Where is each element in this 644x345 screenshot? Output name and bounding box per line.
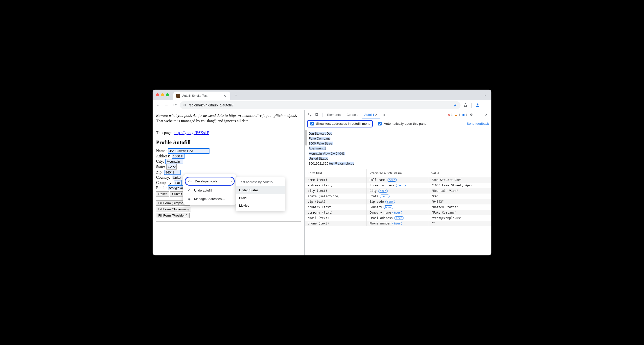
heur-badge: heur: [387, 178, 397, 182]
row-address: Address:: [156, 154, 301, 159]
inspect-icon[interactable]: [307, 112, 313, 118]
show-test-addresses-toggle[interactable]: Show test addresses in autofill menu: [307, 120, 373, 127]
tab-close-button[interactable]: ✕: [222, 93, 227, 98]
state-select[interactable]: CA: [166, 164, 176, 170]
devtools-close-icon[interactable]: ✕: [483, 112, 490, 118]
submenu-item-us[interactable]: United States: [236, 186, 285, 194]
th-value: Value: [428, 169, 492, 177]
name-input[interactable]: [168, 149, 209, 153]
new-tab-button[interactable]: +: [233, 92, 240, 99]
submenu-item-brazil[interactable]: Brazil: [236, 194, 285, 202]
auto-open-checkbox[interactable]: [378, 122, 382, 126]
more-tabs-icon[interactable]: »: [381, 112, 388, 118]
cell-predicted: Cityheur: [366, 188, 428, 194]
table-row: company (text)Company nameheur"Fake Comp…: [305, 210, 492, 215]
chevron-down-icon[interactable]: ⌄: [482, 92, 489, 98]
window-maximize-button[interactable]: [166, 93, 169, 96]
kebab-menu-icon[interactable]: ⋮: [482, 102, 490, 109]
show-test-checkbox[interactable]: [310, 122, 314, 126]
autofill-table: Form field Predicted autofill value Valu…: [305, 169, 492, 226]
heur-badge: heur: [378, 189, 388, 193]
label-address: Address:: [156, 154, 170, 158]
cell-field: state (select-one): [305, 194, 366, 199]
cell-value: "1600 Fake Street, Apart…: [428, 183, 492, 188]
error-badge[interactable]: ⊗ 1: [448, 113, 452, 117]
window-close-button[interactable]: [156, 93, 159, 96]
heur-badge: heur: [394, 216, 404, 220]
back-button[interactable]: ←: [154, 102, 162, 109]
this-page-link[interactable]: https://goo.gl/B6Xs1E: [174, 131, 209, 135]
cell-field: phone (text): [305, 221, 366, 226]
cell-value: "": [428, 221, 492, 226]
ctx-manage-label: Manage Addresses…: [194, 197, 225, 201]
th-predicted: Predicted autofill value: [366, 169, 428, 177]
profile-avatar-icon[interactable]: [474, 102, 481, 109]
country-input[interactable]: [172, 175, 182, 180]
company-input[interactable]: [174, 180, 182, 185]
tab-elements[interactable]: Elements: [325, 110, 343, 119]
bookmark-star-icon[interactable]: ★: [453, 103, 457, 108]
browser-tab[interactable]: Autofill Smoke Test ✕: [173, 92, 230, 100]
this-page-label: This page:: [156, 131, 174, 135]
addr-country: United States: [309, 157, 328, 160]
forward-button[interactable]: →: [163, 102, 170, 109]
addr-apt: Apartment 1: [309, 147, 326, 150]
label-name: Name:: [156, 149, 167, 153]
browser-window: Autofill Smoke Test ✕ + ⌄ ← → ⟳ ⚙ rsolom…: [152, 90, 492, 255]
cell-field: zip (text): [305, 199, 366, 204]
auto-open-panel-toggle[interactable]: Automatically open this panel: [377, 121, 427, 126]
label-company: Company:: [156, 180, 172, 185]
window-minimize-button[interactable]: [161, 93, 164, 96]
address-input[interactable]: [172, 154, 184, 159]
device-toggle-icon[interactable]: [314, 112, 320, 118]
ctx-undo-autofill[interactable]: ↶ Undo autofill: [183, 186, 236, 195]
reload-button[interactable]: ⟳: [172, 102, 178, 109]
submenu-item-mexico[interactable]: Mexico: [236, 202, 285, 209]
fill-superman-button[interactable]: Fill Form (Superman): [156, 207, 191, 212]
zip-input[interactable]: [164, 170, 180, 175]
omnibox[interactable]: ⚙ rsolomakhin.github.io/autofill/ ★: [180, 101, 460, 109]
titlebar: Autofill Smoke Test ✕ + ⌄: [152, 90, 492, 100]
addr-company: Fake Company: [309, 137, 330, 140]
scrollbar[interactable]: [305, 130, 307, 146]
tab-autofill[interactable]: Autofill ✕: [362, 110, 380, 119]
submit-button[interactable]: Submit: [170, 191, 184, 196]
autofill-context-menu: <> Developer tools › ↶ Undo autofill ◉ M…: [183, 174, 236, 205]
cell-value: "CA": [428, 194, 492, 199]
label-city: City:: [156, 159, 164, 164]
addr-email: test@example.us: [329, 162, 354, 165]
reset-button[interactable]: Reset: [156, 191, 169, 196]
cell-value: "United States": [428, 204, 492, 210]
site-settings-icon[interactable]: ⚙: [183, 103, 186, 107]
table-row: city (text)Cityheur"Mountain View": [305, 188, 492, 194]
warning-italic: Beware what you post. All forms send dat…: [156, 113, 296, 118]
devtools-subbar: Show test addresses in autofill menu Aut…: [305, 119, 492, 128]
dt-divider: [322, 113, 323, 117]
ctx-manage-addresses[interactable]: ◉ Manage Addresses…: [183, 195, 236, 203]
devtools-kebab-icon[interactable]: ⋮: [476, 112, 482, 118]
cell-predicted: Zip codeheur: [366, 199, 428, 204]
autofill-address-summary: Jon Stewart Doe Fake Company 1600 Fake S…: [305, 128, 492, 169]
settings-gear-icon[interactable]: ⚙: [468, 112, 474, 118]
city-input[interactable]: [166, 159, 183, 164]
addr-citystatezip: Mountain View CA 94043: [309, 152, 345, 155]
cell-value: "Fake Company": [428, 210, 492, 215]
addr-phone: 16019521325: [309, 162, 328, 165]
heur-badge: heur: [392, 211, 402, 214]
heur-badge: heur: [396, 184, 406, 187]
chrome-icon: ◉: [187, 197, 191, 201]
send-feedback-link[interactable]: Send feedback: [467, 122, 489, 126]
table-row: country (text)Countryheur"United States": [305, 204, 492, 210]
tab-autofill-close-icon[interactable]: ✕: [375, 113, 378, 117]
test-address-submenu: Test address by country United States Br…: [236, 177, 285, 211]
th-field: Form field: [305, 169, 366, 177]
info-badge[interactable]: ▣ 1: [462, 113, 467, 117]
submenu-header: Test address by country: [236, 179, 285, 186]
ctx-developer-tools[interactable]: <> Developer tools ›: [185, 177, 235, 186]
tab-console[interactable]: Console: [344, 110, 361, 119]
heur-badge: heur: [384, 205, 393, 209]
favicon-icon: [176, 94, 180, 98]
warning-badge[interactable]: ▲ 4: [454, 113, 460, 117]
extensions-icon[interactable]: [462, 102, 469, 109]
fill-president-button[interactable]: Fill Form (President): [156, 213, 190, 218]
